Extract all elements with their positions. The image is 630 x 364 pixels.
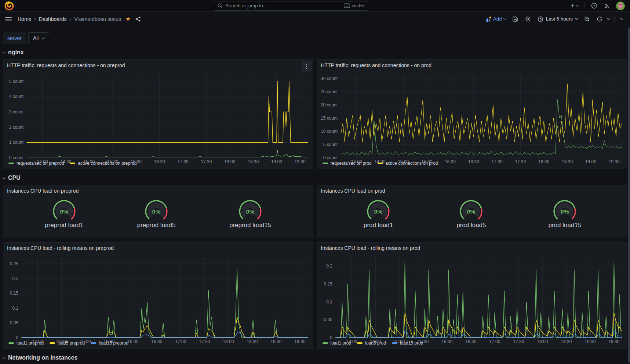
svg-text:0.05: 0.05	[324, 317, 332, 322]
menu-toggle-icon[interactable]	[5, 17, 12, 22]
time-range-picker[interactable]: Last 6 hours	[535, 14, 580, 24]
svg-text:4 count: 4 count	[9, 94, 24, 99]
svg-text:18:30: 18:30	[248, 159, 259, 164]
svg-text:18:00: 18:00	[223, 339, 234, 344]
chevron-up-icon	[620, 18, 623, 21]
refresh-icon	[597, 16, 602, 22]
svg-text:19:30: 19:30	[295, 159, 306, 164]
svg-text:19:00: 19:00	[585, 339, 596, 344]
svg-text:15:00: 15:00	[84, 159, 95, 164]
panel-title[interactable]: Instances CPU load on preprod	[7, 188, 79, 194]
shortcut-label: cmd+k	[352, 3, 365, 8]
svg-text:0.1: 0.1	[12, 306, 18, 311]
panel-http-preprod: ⋮ HTTP traffic: requests and connections…	[3, 59, 313, 169]
chevron-down-icon	[3, 51, 6, 54]
scrollbar[interactable]	[628, 28, 630, 363]
svg-text:20 count: 20 count	[320, 102, 338, 108]
svg-text:17:00: 17:00	[175, 339, 186, 344]
breadcrumb-home[interactable]: Home	[18, 16, 31, 22]
breadcrumb-dashboards[interactable]: Dashboards	[39, 16, 67, 22]
row-header-cpu[interactable]: CPU	[3, 175, 627, 181]
panel-header: HTTP traffic: requests and connections -…	[3, 60, 313, 71]
row-header-nginx[interactable]: nginx	[3, 49, 627, 56]
time-series-plot[interactable]: 00.050.10.150.214:0014:3015:0015:3016:00…	[317, 254, 627, 340]
save-dashboard-button[interactable]	[509, 14, 521, 24]
panel-title[interactable]: Instances CPU load - rolling means on pr…	[321, 245, 420, 251]
chevron-down-icon	[503, 17, 506, 20]
svg-text:14:00: 14:00	[37, 159, 48, 164]
variable-value-dropdown[interactable]: All	[28, 32, 50, 44]
svg-text:0.2: 0.2	[326, 263, 332, 269]
svg-text:18:00: 18:00	[224, 159, 235, 164]
chevron-down-icon	[42, 36, 45, 39]
new-menu-button[interactable]: +	[568, 2, 581, 10]
svg-text:19:00: 19:00	[271, 159, 282, 164]
svg-text:14:00: 14:00	[346, 339, 357, 344]
svg-text:0.15: 0.15	[10, 291, 19, 296]
help-button[interactable]: ?	[589, 1, 600, 10]
cpu-gauge-row: Instances CPU load on preprod 0%preprod …	[0, 185, 630, 237]
time-series-plot[interactable]: 0 count5 count10 count15 count20 count25…	[317, 71, 627, 160]
panel-title[interactable]: Instances CPU load - rolling means on pr…	[7, 245, 114, 251]
news-button[interactable]	[601, 1, 612, 10]
row-header-networking[interactable]: Networking on instances	[3, 354, 627, 361]
grafana-logo[interactable]	[4, 1, 14, 11]
panel-menu-button[interactable]: ⋮	[302, 61, 312, 72]
svg-text:15:30: 15:30	[107, 159, 118, 164]
time-series-plot[interactable]: 00.050.10.150.20.2514:0014:3015:0015:301…	[3, 254, 313, 340]
time-series-plot[interactable]: 0 count1 count2 count3 count4 count5 cou…	[3, 71, 313, 160]
chevron-down-icon	[3, 176, 6, 179]
svg-text:0.1: 0.1	[326, 299, 332, 305]
svg-text:18:00: 18:00	[537, 339, 548, 344]
svg-text:17:30: 17:30	[201, 159, 212, 164]
svg-text:19:30: 19:30	[608, 159, 619, 164]
grafana-logo-icon	[4, 1, 14, 11]
share-icon[interactable]	[135, 16, 141, 22]
gauge-label: preprod load15	[229, 222, 271, 229]
variable-label[interactable]: server	[3, 32, 26, 44]
chevron-down-icon	[607, 17, 610, 20]
refresh-interval-dropdown[interactable]	[606, 17, 611, 21]
svg-text:15 count: 15 count	[320, 116, 338, 121]
svg-text:14:30: 14:30	[374, 159, 385, 164]
row-title: CPU	[8, 175, 21, 181]
chevron-down-icon	[575, 17, 578, 20]
gauge: 0%prod load1	[363, 197, 394, 229]
svg-text:14:00: 14:00	[351, 159, 362, 164]
time-range-label: Last 6 hours	[546, 16, 573, 22]
gauge-label: preprod load5	[137, 222, 176, 229]
refresh-button[interactable]	[594, 14, 605, 24]
cpu-rolling-row: Instances CPU load - rolling means on pr…	[0, 242, 630, 349]
breadcrumb-separator-icon: ›	[34, 16, 36, 22]
panel-title[interactable]: Instances CPU load on prod	[321, 188, 385, 194]
breadcrumb: Home › Dashboards › Vraimentbeau status	[18, 16, 121, 22]
svg-text:17:00: 17:00	[178, 159, 189, 164]
add-button[interactable]: Add	[483, 15, 509, 23]
gauge: 0%preprod load1	[45, 197, 83, 229]
svg-text:10 count: 10 count	[320, 129, 338, 134]
breadcrumb-bar: Home › Dashboards › Vraimentbeau status …	[0, 12, 630, 26]
svg-text:17:30: 17:30	[199, 339, 210, 344]
dashboard-settings-button[interactable]	[522, 14, 534, 24]
collapse-toolbar-button[interactable]	[618, 16, 625, 22]
save-icon	[512, 16, 518, 22]
panel-header: HTTP traffic: requests and connections -…	[317, 60, 627, 71]
search-input[interactable]	[225, 3, 343, 8]
search-box[interactable]: cmd+k	[214, 1, 368, 11]
row-title: Networking on instances	[8, 354, 77, 361]
svg-text:2 count: 2 count	[9, 125, 24, 130]
svg-text:15:00: 15:00	[398, 159, 409, 164]
favorite-star-icon[interactable]: ★	[125, 15, 131, 22]
svg-text:14:30: 14:30	[370, 339, 381, 344]
panel-title[interactable]: HTTP traffic: requests and connections -…	[321, 62, 431, 68]
panel-title[interactable]: HTTP traffic: requests and connections -…	[7, 62, 125, 68]
gauge-group: 0%prod load10%prod load50%prod load15	[317, 196, 627, 237]
zoom-out-button[interactable]	[581, 14, 593, 24]
svg-text:?: ?	[593, 4, 596, 8]
svg-text:0 count: 0 count	[9, 155, 24, 160]
avatar[interactable]	[616, 1, 625, 10]
svg-text:14:00: 14:00	[32, 339, 43, 344]
svg-text:15:30: 15:30	[421, 159, 432, 164]
svg-text:0.2: 0.2	[12, 276, 18, 281]
svg-text:3 count: 3 count	[9, 109, 24, 114]
